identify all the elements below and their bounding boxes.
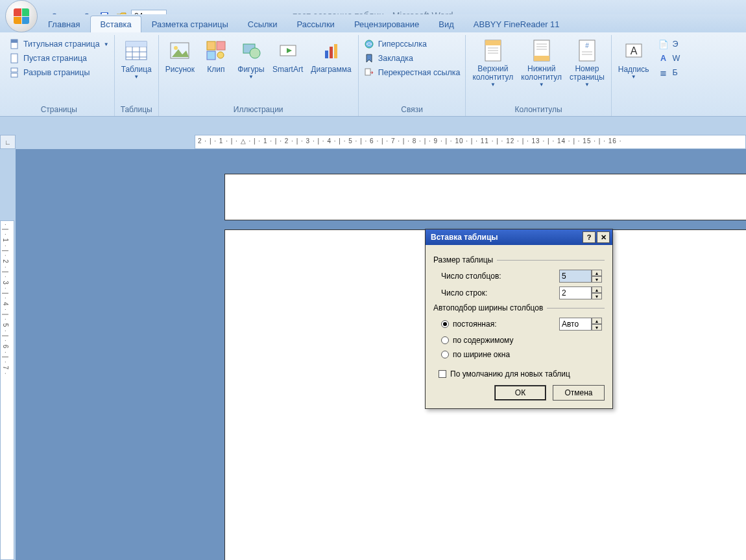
wordart-icon: A bbox=[658, 53, 669, 64]
footer-icon bbox=[530, 39, 553, 62]
spin-up-icon[interactable]: ▲ bbox=[592, 286, 602, 293]
hyperlink-button[interactable]: Гиперссылка bbox=[364, 39, 461, 49]
spin-down-icon[interactable]: ▼ bbox=[592, 293, 602, 299]
dialog-title: Вставка таблицы bbox=[431, 233, 581, 242]
header-button[interactable]: Верхний колонтитул ▼ bbox=[470, 36, 516, 88]
tab-review[interactable]: Рецензирование bbox=[345, 16, 428, 32]
office-button[interactable] bbox=[5, 0, 38, 32]
fixed-width-spinner[interactable]: ▲▼ bbox=[559, 318, 605, 331]
cover-page-icon bbox=[9, 39, 19, 49]
textbox-icon: A bbox=[622, 39, 645, 62]
ruler-corner[interactable]: ∟ bbox=[0, 135, 16, 149]
rows-input[interactable] bbox=[559, 286, 592, 299]
radio-fixed[interactable] bbox=[441, 320, 449, 328]
page-break-button[interactable]: Разрыв страницы bbox=[9, 67, 109, 78]
hyperlink-icon bbox=[364, 39, 374, 49]
dialog-titlebar[interactable]: Вставка таблицы ? ✕ bbox=[426, 229, 612, 245]
dropdown-icon: ▼ bbox=[539, 82, 544, 88]
group-pages-label: Страницы bbox=[8, 103, 110, 116]
tab-mailings[interactable]: Рассылки bbox=[288, 16, 344, 32]
bookmark-icon bbox=[364, 53, 374, 64]
blank-page-label: Пустая страница bbox=[23, 54, 87, 63]
group-illustrations: Рисунок Клип Фигуры ▼ SmartArt Диаграмма… bbox=[159, 35, 359, 116]
svg-rect-14 bbox=[126, 41, 147, 47]
hyperlink-label: Гиперссылка bbox=[378, 40, 427, 49]
smartart-button[interactable]: SmartArt bbox=[270, 36, 306, 74]
bookmark-button[interactable]: Закладка bbox=[364, 53, 461, 64]
svg-point-20 bbox=[217, 52, 224, 58]
radio-fixed-label[interactable]: постоянная: bbox=[453, 320, 555, 329]
footer-button[interactable]: Нижний колонтитул ▼ bbox=[518, 36, 564, 88]
svg-rect-28 bbox=[365, 69, 370, 75]
group-headers: Верхний колонтитул ▼ Нижний колонтитул ▼… bbox=[466, 35, 611, 116]
chart-button[interactable]: Диаграмма bbox=[308, 36, 354, 74]
cancel-button[interactable]: Отмена bbox=[553, 385, 605, 401]
spin-down-icon[interactable]: ▼ bbox=[592, 276, 602, 283]
shapes-button[interactable]: Фигуры ▼ bbox=[235, 36, 267, 80]
radio-fit-window[interactable] bbox=[441, 351, 449, 358]
blank-page-button[interactable]: Пустая страница bbox=[9, 53, 109, 64]
spin-down-icon[interactable]: ▼ bbox=[592, 324, 602, 331]
crossref-label: Перекрестная ссылка bbox=[378, 68, 461, 77]
extra-item-1[interactable]: 📄Э bbox=[658, 39, 680, 49]
group-tables-label: Таблицы bbox=[119, 103, 154, 116]
quickparts-icon: 📄 bbox=[658, 39, 669, 49]
group-tables: Таблица ▼ Таблицы bbox=[115, 35, 159, 116]
tab-layout[interactable]: Разметка страницы bbox=[143, 16, 237, 32]
table-button[interactable]: Таблица ▼ bbox=[119, 36, 154, 80]
radio-fit-contents-label[interactable]: по содержимому bbox=[453, 336, 513, 345]
tab-abbyy[interactable]: ABBYY FineReader 11 bbox=[464, 16, 569, 32]
cols-spinner[interactable]: ▲▼ bbox=[559, 270, 605, 283]
size-section: Размер таблицы bbox=[433, 255, 605, 264]
tab-references[interactable]: Ссылки bbox=[239, 16, 287, 32]
group-headers-label: Колонтитулы bbox=[470, 103, 607, 116]
textbox-button[interactable]: A Надпись ▼ bbox=[616, 36, 652, 80]
ribbon-tabs: Главная Вставка Разметка страницы Ссылки… bbox=[0, 14, 746, 32]
dropdown-icon: ▼ bbox=[631, 74, 636, 80]
remember-label[interactable]: По умолчанию для новых таблиц bbox=[450, 369, 570, 379]
help-button[interactable]: ? bbox=[583, 231, 596, 243]
rows-spinner[interactable]: ▲▼ bbox=[559, 286, 605, 299]
insert-table-dialog: Вставка таблицы ? ✕ Размер таблицы Число… bbox=[425, 229, 613, 409]
smartart-label: SmartArt bbox=[272, 65, 303, 74]
close-button[interactable]: ✕ bbox=[597, 231, 610, 243]
radio-fit-contents[interactable] bbox=[441, 336, 449, 344]
remember-checkbox[interactable] bbox=[439, 370, 446, 378]
spin-up-icon[interactable]: ▲ bbox=[592, 270, 602, 276]
group-links-label: Связи bbox=[363, 103, 462, 116]
tab-home[interactable]: Главная bbox=[39, 16, 89, 32]
radio-fit-window-label[interactable]: по ширине окна bbox=[453, 350, 510, 359]
horizontal-ruler[interactable]: 2 · | · 1 · | · △ · | · 1 · | · 2 · | · … bbox=[195, 135, 746, 149]
extra-item-2[interactable]: AW bbox=[658, 53, 680, 64]
dropdown-icon: ▼ bbox=[248, 74, 254, 80]
cols-input[interactable] bbox=[559, 270, 592, 283]
pagenum-button[interactable]: # Номер страницы ▼ bbox=[567, 36, 607, 88]
svg-point-22 bbox=[250, 48, 260, 58]
header-icon bbox=[481, 39, 505, 62]
svg-point-16 bbox=[174, 46, 178, 50]
pagenum-label: Номер страницы bbox=[570, 65, 605, 82]
clipart-icon bbox=[204, 39, 228, 62]
tab-view[interactable]: Вид bbox=[429, 16, 463, 32]
svg-rect-19 bbox=[207, 51, 215, 60]
crossref-icon bbox=[364, 67, 374, 78]
picture-button[interactable]: Рисунок bbox=[163, 36, 197, 74]
header-label: Верхний колонтитул bbox=[472, 65, 513, 82]
group-illustrations-label: Иллюстрации bbox=[163, 103, 354, 116]
document-area bbox=[16, 149, 746, 560]
shapes-label: Фигуры bbox=[237, 65, 264, 74]
vertical-ruler[interactable]: · | · 1 · | · 2 · | · 3 · | · 4 · | · 5 … bbox=[0, 220, 14, 560]
crossref-button[interactable]: Перекрестная ссылка bbox=[364, 67, 461, 78]
fixed-width-input[interactable] bbox=[559, 318, 592, 331]
extra-item-3[interactable]: ≣Б bbox=[658, 67, 680, 78]
chart-icon bbox=[320, 39, 343, 62]
dropdown-icon: ▼ bbox=[584, 82, 590, 88]
tab-insert[interactable]: Вставка bbox=[90, 16, 141, 32]
ok-button[interactable]: ОК bbox=[494, 385, 546, 401]
clipart-button[interactable]: Клип bbox=[200, 36, 232, 74]
spin-up-icon[interactable]: ▲ bbox=[592, 318, 602, 324]
office-logo-icon bbox=[14, 8, 29, 24]
cover-page-button[interactable]: Титульная страница ▼ bbox=[9, 39, 109, 49]
group-pages: Титульная страница ▼ Пустая страница Раз… bbox=[4, 35, 115, 116]
svg-rect-17 bbox=[207, 41, 215, 50]
